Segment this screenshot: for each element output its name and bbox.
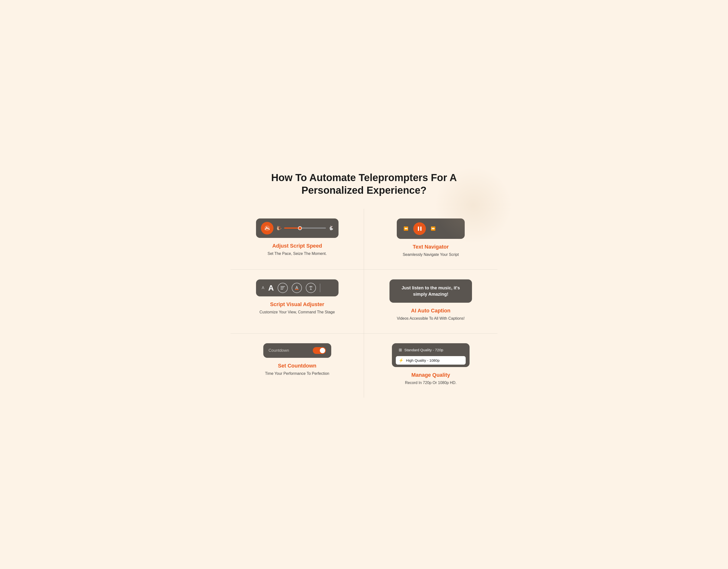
- speed-title: Adjust Script Speed: [272, 243, 322, 249]
- page-wrapper: How To Automate Teleprompters For A Pers…: [231, 171, 497, 398]
- svg-rect-2: [281, 286, 285, 287]
- rabbit-icon: 🐇: [328, 225, 334, 230]
- speedometer-icon: [261, 222, 273, 234]
- visual-title: Script Visual Adjuster: [270, 301, 324, 308]
- pause-button[interactable]: [413, 222, 426, 235]
- toggle-knob: [320, 348, 325, 353]
- quality-desc: Record In 720p Or 1080p HD.: [405, 380, 457, 386]
- caption-preview-text: Just listen to the music, it's simply Am…: [396, 285, 465, 298]
- slider-track[interactable]: [284, 227, 326, 229]
- speed-slider-area: 🐌 🐇: [276, 225, 334, 230]
- svg-point-1: [266, 227, 267, 228]
- countdown-widget: Countdown: [263, 343, 331, 358]
- align-icon[interactable]: [278, 283, 288, 293]
- countdown-title: Set Countdown: [278, 363, 316, 369]
- feature-countdown: Countdown Set Countdown Time Your Perfor…: [231, 334, 364, 398]
- navigator-title: Text Navigator: [413, 244, 449, 250]
- fast-forward-icon[interactable]: ⏩: [431, 226, 436, 231]
- quality-widget: ⊞ Standard Quality - 720p ⚡ High Quality…: [392, 343, 470, 367]
- speed-widget: 🐌 🐇: [256, 218, 339, 238]
- film-icon: ⊞: [399, 348, 402, 352]
- visual-adjuster-widget: A A: [256, 279, 339, 297]
- caption-widget: Just listen to the music, it's simply Am…: [389, 279, 472, 303]
- countdown-toggle[interactable]: [313, 347, 326, 354]
- visual-desc: Customize Your View, Command The Stage: [259, 310, 335, 315]
- quality-title: Manage Quality: [411, 372, 450, 378]
- svg-rect-5: [295, 289, 298, 290]
- quality-option-1080p[interactable]: ⚡ High Quality - 1080p: [396, 356, 466, 365]
- feature-speed: 🐌 🐇 Adjust Script Speed Set The Pace, Se…: [231, 209, 364, 270]
- speed-desc: Set The Pace, Seize The Moment.: [268, 251, 327, 256]
- fill-icon[interactable]: [292, 283, 302, 293]
- font-large-icon: A: [268, 283, 274, 293]
- feature-navigator: ⏪ ⏩ Text Navigator Seamlessly Navigate Y…: [364, 209, 497, 270]
- page-title: How To Automate Teleprompters For A Pers…: [231, 171, 497, 197]
- navigator-widget: ⏪ ⏩: [397, 218, 465, 239]
- feature-quality: ⊞ Standard Quality - 720p ⚡ High Quality…: [364, 334, 497, 398]
- quality-option-720p[interactable]: ⊞ Standard Quality - 720p: [396, 346, 466, 354]
- caption-title: AI Auto Caption: [411, 308, 450, 314]
- bolt-icon: ⚡: [399, 358, 404, 363]
- divider: [320, 283, 320, 292]
- font-small-icon: A: [262, 286, 265, 290]
- countdown-desc: Time Your Performance To Perfection: [265, 371, 329, 376]
- features-grid: 🐌 🐇 Adjust Script Speed Set The Pace, Se…: [231, 209, 497, 398]
- slider-thumb: [298, 226, 302, 230]
- pause-icon: [417, 226, 422, 231]
- feature-visual: A A: [231, 270, 364, 334]
- slider-fill: [284, 227, 300, 229]
- typography-icon[interactable]: [306, 283, 316, 293]
- caption-desc: Videos Accessible To All With Captions!: [397, 316, 465, 321]
- rewind-icon[interactable]: ⏪: [404, 226, 408, 231]
- snail-icon: 🐌: [276, 225, 282, 230]
- navigator-desc: Seamlessly Navigate Your Script: [403, 252, 459, 257]
- countdown-label: Countdown: [269, 348, 289, 353]
- svg-rect-4: [281, 289, 283, 290]
- feature-caption: Just listen to the music, it's simply Am…: [364, 270, 497, 334]
- svg-rect-3: [281, 288, 284, 289]
